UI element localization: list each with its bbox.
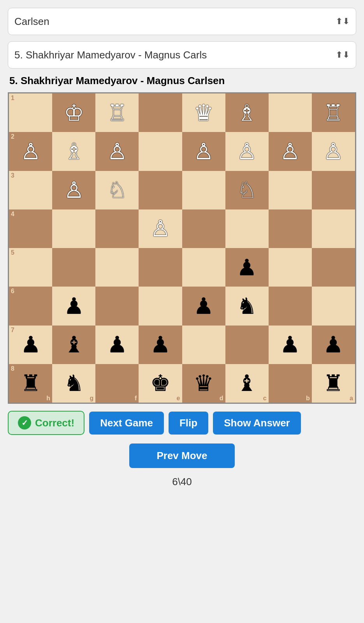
cell-r5-c8[interactable] (312, 248, 355, 287)
cell-r1-c8[interactable]: ♖ (312, 93, 355, 132)
cell-r6-c5[interactable]: ♟ (182, 287, 225, 325)
cell-r7-c2[interactable]: ♝ (52, 326, 95, 364)
cell-r2-c8[interactable]: ♙ (312, 132, 355, 171)
piece-black-7-7: ♟ (280, 333, 300, 356)
piece-white-2-6: ♙ (237, 140, 257, 163)
piece-white-1-2: ♔ (64, 102, 84, 124)
cell-r7-c4[interactable]: ♟ (139, 326, 182, 364)
piece-black-6-6: ♞ (237, 295, 257, 317)
rank-label-7: 7 (11, 327, 14, 333)
piece-black-8-5: ♛ (193, 372, 214, 394)
piece-white-1-5: ♛ (193, 102, 214, 124)
piece-black-8-6: ♝ (237, 372, 257, 394)
cell-r7-c7[interactable]: ♟ (269, 326, 312, 364)
cell-r6-c6[interactable]: ♞ (225, 287, 269, 325)
cell-r2-c3[interactable]: ♙ (95, 132, 139, 171)
cell-r1-c6[interactable]: ♗ (225, 93, 269, 132)
prev-move-button[interactable]: Prev Move (129, 443, 234, 468)
piece-white-3-3: ♘ (107, 179, 127, 201)
cell-r5-c6[interactable]: ♟ (225, 248, 269, 287)
cell-r6-c3[interactable] (95, 287, 139, 325)
cell-r8-c3[interactable]: f (95, 364, 139, 403)
cell-r5-c3[interactable] (95, 248, 139, 287)
cell-r5-c5[interactable] (182, 248, 225, 287)
rank-label-3: 3 (11, 172, 14, 179)
piece-black-6-5: ♟ (193, 295, 214, 317)
cell-r1-c7[interactable] (269, 93, 312, 132)
cell-r2-c6[interactable]: ♙ (225, 132, 269, 171)
cell-r4-c1[interactable]: 4 (9, 209, 52, 248)
progress-text: 6\40 (8, 476, 356, 488)
cell-r1-c3[interactable]: ♖ (95, 93, 139, 132)
cell-r6-c1[interactable]: 6 (9, 287, 52, 325)
cell-r3-c3[interactable]: ♘ (95, 171, 139, 209)
piece-black-7-1: ♟ (21, 333, 41, 356)
cell-r6-c7[interactable] (269, 287, 312, 325)
cell-r8-c5[interactable]: d♛ (182, 364, 225, 403)
cell-r3-c1[interactable]: 3 (9, 171, 52, 209)
rank-label-1: 1 (11, 95, 14, 101)
piece-white-2-3: ♙ (107, 140, 127, 163)
cell-r3-c6[interactable]: ♘ (225, 171, 269, 209)
cell-r2-c5[interactable]: ♙ (182, 132, 225, 171)
cell-r3-c4[interactable] (139, 171, 182, 209)
cell-r2-c1[interactable]: 2♙ (9, 132, 52, 171)
cell-r2-c7[interactable]: ♙ (269, 132, 312, 171)
cell-r8-c1[interactable]: 8h♜ (9, 364, 52, 403)
cell-r6-c4[interactable] (139, 287, 182, 325)
piece-black-8-2: ♞ (64, 372, 84, 394)
cell-r7-c6[interactable] (225, 326, 269, 364)
cell-r7-c1[interactable]: 7♟ (9, 326, 52, 364)
cell-r8-c2[interactable]: g♞ (52, 364, 95, 403)
cell-r7-c3[interactable]: ♟ (95, 326, 139, 364)
piece-white-2-2: ♗ (64, 140, 84, 163)
cell-r4-c6[interactable] (225, 209, 269, 248)
cell-r8-c6[interactable]: c♝ (225, 364, 269, 403)
correct-icon: ✓ (18, 416, 31, 429)
cell-r4-c3[interactable] (95, 209, 139, 248)
cell-r4-c8[interactable] (312, 209, 355, 248)
file-label-b: b (306, 395, 310, 401)
cell-r5-c4[interactable] (139, 248, 182, 287)
piece-white-3-6: ♘ (237, 179, 257, 201)
cell-r4-c7[interactable] (269, 209, 312, 248)
cell-r1-c1[interactable]: 1 (9, 93, 52, 132)
cell-r1-c5[interactable]: ♛ (182, 93, 225, 132)
file-label-a: a (350, 395, 353, 401)
game-selector-wrapper[interactable]: 5. Shakhriyar Mamedyarov - Magnus Carls … (8, 41, 356, 69)
cell-r5-c7[interactable] (269, 248, 312, 287)
cell-r3-c7[interactable] (269, 171, 312, 209)
player-selector-wrapper[interactable]: Carlsen ⬆⬇ (8, 8, 356, 35)
cell-r3-c8[interactable] (312, 171, 355, 209)
cell-r2-c2[interactable]: ♗ (52, 132, 95, 171)
piece-white-4-4: ♙ (150, 217, 171, 240)
player-select-arrow: ⬆⬇ (336, 16, 350, 26)
cell-r5-c2[interactable] (52, 248, 95, 287)
cell-r1-c2[interactable]: ♔ (52, 93, 95, 132)
cell-r3-c2[interactable]: ♙ (52, 171, 95, 209)
game-select[interactable]: 5. Shakhriyar Mamedyarov - Magnus Carls (14, 49, 336, 61)
cell-r8-c8[interactable]: a♜ (312, 364, 355, 403)
piece-white-2-5: ♙ (193, 140, 214, 163)
piece-black-7-8: ♟ (323, 333, 343, 356)
cell-r6-c8[interactable] (312, 287, 355, 325)
cell-r3-c5[interactable] (182, 171, 225, 209)
cell-r7-c5[interactable] (182, 326, 225, 364)
next-game-button[interactable]: Next Game (89, 412, 164, 435)
file-label-c: c (263, 395, 267, 401)
cell-r6-c2[interactable]: ♟ (52, 287, 95, 325)
cell-r1-c4[interactable] (139, 93, 182, 132)
show-answer-button[interactable]: Show Answer (213, 412, 301, 435)
flip-button[interactable]: Flip (169, 412, 208, 435)
cell-r4-c5[interactable] (182, 209, 225, 248)
cell-r2-c4[interactable] (139, 132, 182, 171)
cell-r7-c8[interactable]: ♟ (312, 326, 355, 364)
cell-r5-c1[interactable]: 5 (9, 248, 52, 287)
player-select[interactable]: Carlsen (14, 16, 336, 27)
piece-black-8-8: ♜ (323, 372, 343, 394)
cell-r4-c4[interactable]: ♙ (139, 209, 182, 248)
cell-r8-c4[interactable]: e♚ (139, 364, 182, 403)
cell-r8-c7[interactable]: b (269, 364, 312, 403)
cell-r4-c2[interactable] (52, 209, 95, 248)
prev-move-row: Prev Move (8, 443, 356, 468)
